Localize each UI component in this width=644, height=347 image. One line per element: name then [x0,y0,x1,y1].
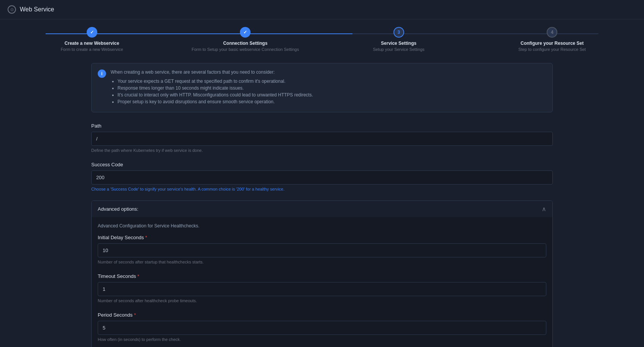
advanced-header[interactable]: Advanced options: ∧ [92,201,552,217]
advanced-description: Advanced Configuration for Service Healt… [98,223,546,229]
timeout-seconds-input[interactable] [98,282,546,296]
path-field-group: Path Define the path where Kubernetes tr… [91,123,553,153]
step-1: ✓ Create a new Webservice Form to create… [15,27,169,52]
path-label: Path [91,123,553,129]
timeout-seconds-label: Timeout Seconds * [98,273,546,279]
path-help: Define the path where Kubernetes try if … [91,148,553,153]
step-2-sublabel: Form to Setup your basic webservice Conn… [192,47,299,52]
period-seconds-field-group: Period Seconds * How often (in seconds) … [98,312,546,342]
step-3: 3 Service Settings Setup your Service Se… [322,27,476,52]
period-seconds-label: Period Seconds * [98,312,546,318]
info-list: Your service expects a GET request at th… [111,79,546,104]
advanced-body: Advanced Configuration for Service Healt… [92,217,552,347]
step-2-checkmark: ✓ [243,30,247,35]
initial-delay-help: Number of seconds after startup that hea… [98,260,546,264]
info-icon: i [98,69,106,78]
info-item-2: Response times longer than 10 seconds mi… [117,85,546,91]
step-2-label: Connection Settings [223,41,268,46]
step-4-sublabel: Step to configure your Resource Set [519,47,586,52]
step-4-number: 4 [551,30,554,35]
path-input[interactable] [91,132,553,146]
success-code-field-group: Success Code Choose a 'Success Code' to … [91,162,553,191]
step-1-sublabel: Form to create a new Webservice [61,47,123,52]
step-3-sublabel: Setup your Service Settings [373,47,425,52]
success-code-help: Choose a 'Success Code' to signify your … [91,187,553,191]
step-3-number: 3 [397,30,400,35]
timeout-seconds-help: Number of seconds after healthcheck prob… [98,298,546,303]
info-intro: When creating a web service, there are s… [111,69,546,75]
stepper: ✓ Create a new Webservice Form to create… [0,19,644,55]
step-4-label: Configure your Resource Set [520,41,584,46]
info-item-3: It's crucial to interact only with HTTP.… [117,92,546,98]
step-2-circle: ✓ [240,27,251,38]
step-1-circle: ✓ [87,27,97,38]
info-box: i When creating a web service, there are… [91,63,553,112]
initial-delay-input[interactable] [98,243,546,257]
info-item-1: Your service expects a GET request at th… [117,79,546,84]
advanced-header-title: Advanced options: [98,206,138,212]
period-seconds-help: How often (in seconds) to perform the ch… [98,337,546,342]
chevron-up-icon: ∧ [542,205,546,213]
step-1-checkmark: ✓ [90,30,94,35]
success-code-label: Success Code [91,162,553,167]
advanced-section: Advanced options: ∧ Advanced Configurati… [91,200,553,347]
main-content: i When creating a web service, there are… [0,55,644,347]
period-seconds-input[interactable] [98,321,546,335]
page-title: Web Service [20,6,54,13]
step-4: 4 Configure your Resource Set Step to co… [476,27,629,52]
step-4-circle: 4 [547,27,557,38]
timeout-seconds-field-group: Timeout Seconds * Number of seconds afte… [98,273,546,303]
initial-delay-label: Initial Delay Seconds * [98,235,546,240]
info-item-4: Proper setup is key to avoid disruptions… [117,99,546,104]
step-3-label: Service Settings [381,41,416,46]
step-1-label: Create a new Webservice [65,41,119,46]
initial-delay-field-group: Initial Delay Seconds * Number of second… [98,235,546,264]
success-code-input[interactable] [91,170,553,185]
step-2: ✓ Connection Settings Form to Setup your… [169,27,322,52]
step-3-circle: 3 [393,27,404,38]
web-service-icon: ⊙ [8,5,16,14]
header: ⊙ Web Service [0,0,644,19]
